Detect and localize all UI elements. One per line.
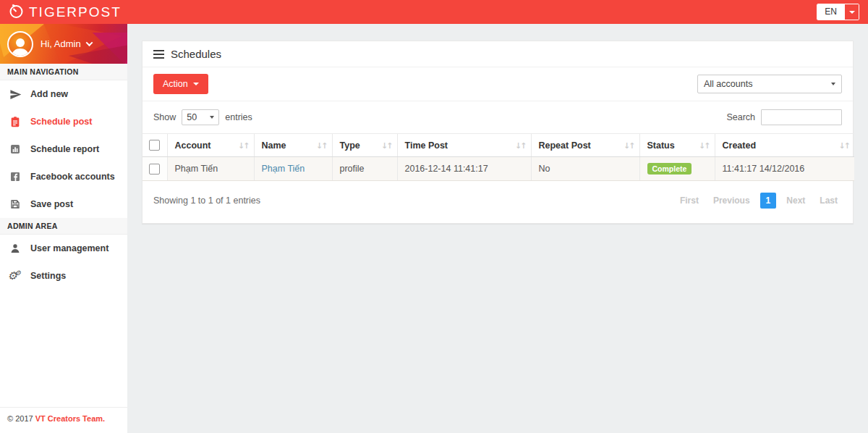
pagination-page-1[interactable]: 1 [760,193,777,209]
cell-repeat-post: No [531,157,639,181]
table-row: Phạm Tiến Phạm Tiến profile 2016-12-14 1… [142,157,854,181]
search-input[interactable] [761,109,842,125]
column-header-time-post[interactable]: Time Post [397,134,531,157]
nav-section-admin: ADMIN AREA [0,218,127,235]
send-icon [9,88,22,101]
stopwatch-icon [7,2,25,22]
sidebar-item-schedule-post[interactable]: Schedule post [0,108,127,135]
pagination-first[interactable]: First [676,193,703,209]
sidebar-item-facebook-accounts[interactable]: Facebook accounts [0,163,127,190]
gears-icon [9,269,22,282]
action-button-label: Action [163,79,188,89]
sidebar-item-label: Schedule post [30,117,92,127]
sidebar-item-settings[interactable]: Settings [0,262,127,290]
nav-section-main: MAIN NAVIGATION [0,64,127,80]
column-header-status[interactable]: Status [639,134,715,157]
chevron-down-icon [85,39,93,46]
sort-icon[interactable] [839,140,849,150]
row-checkbox[interactable] [149,164,160,175]
user-greeting-text: Hi, Admin [41,38,81,49]
cell-name-link[interactable]: Phạm Tiến [262,164,305,174]
entries-label: entries [225,112,252,122]
save-icon [9,198,22,211]
column-header-type[interactable]: Type [332,134,397,157]
sidebar-item-add-new[interactable]: Add new [0,80,127,108]
panel-footer: Showing 1 to 1 of 1 entries First Previo… [142,181,853,223]
page-length-value: 50 [187,112,197,122]
cell-created: 11:41:17 14/12/2016 [715,157,854,181]
brand-logo[interactable]: TIGERPOST [0,2,122,22]
caret-down-icon [849,11,855,14]
panel-toolbar: Action All accounts [142,67,853,101]
hamburger-icon [153,50,164,59]
clipboard-icon [9,115,22,128]
status-badge: Complete [647,163,692,175]
column-header-created[interactable]: Created [715,134,854,157]
sidebar-footer: © 2017 VT Creators Team. [0,407,127,433]
pagination: First Previous 1 Next Last [676,193,842,209]
accounts-filter-value: All accounts [704,79,752,89]
entries-summary: Showing 1 to 1 of 1 entries [153,196,260,206]
language-current: EN [817,4,844,20]
cell-type: profile [332,157,397,181]
language-switcher[interactable]: EN [817,4,859,20]
pagination-previous[interactable]: Previous [709,193,754,209]
sidebar-item-save-post[interactable]: Save post [0,190,127,218]
column-header-account[interactable]: Account [167,134,254,157]
caret-down-icon [831,83,835,85]
schedules-table: Account Name Type Time Post Repeat Post … [142,133,854,181]
caret-down-icon [210,116,214,119]
user-icon [9,242,22,255]
sort-icon[interactable] [515,140,525,150]
table-header-row: Account Name Type Time Post Repeat Post … [142,134,854,157]
sort-icon[interactable] [699,140,709,150]
action-button[interactable]: Action [153,74,208,94]
sidebar-item-label: Settings [30,271,66,281]
page-length-select[interactable]: 50 [182,109,219,125]
avatar [7,31,33,57]
sort-icon[interactable] [381,140,391,150]
sidebar-item-user-management[interactable]: User management [0,235,127,262]
column-header-repeat-post[interactable]: Repeat Post [531,134,639,157]
pagination-next[interactable]: Next [782,193,809,209]
sidebar-item-label: Facebook accounts [30,172,115,182]
sidebar-item-label: Save post [30,199,73,209]
search-label: Search [726,112,755,122]
caret-down-icon [193,83,199,85]
panel-header: Schedules [142,41,853,67]
user-greeting: Hi, Admin [41,38,92,49]
bar-chart-icon [9,143,22,156]
sidebar-item-schedule-report[interactable]: Schedule report [0,135,127,163]
schedules-panel: Schedules Action All accounts Show 50 en… [142,41,854,224]
sidebar: Hi, Admin MAIN NAVIGATION Add new Schedu… [0,24,127,433]
team-link[interactable]: VT Creators Team. [35,414,105,423]
datatable-controls: Show 50 entries Search [142,101,853,133]
column-header-name[interactable]: Name [254,134,332,157]
pagination-last[interactable]: Last [815,193,842,209]
brand-name: TIGERPOST [29,4,122,20]
show-label: Show [153,112,176,122]
user-panel[interactable]: Hi, Admin [0,24,127,64]
sidebar-item-label: User management [30,243,109,253]
main-content: Schedules Action All accounts Show 50 en… [127,24,868,433]
top-header-bar: TIGERPOST EN [0,0,868,24]
sidebar-item-label: Add new [30,89,68,99]
copyright-text: © 2017 [7,414,33,423]
cell-time-post: 2016-12-14 11:41:17 [397,157,531,181]
facebook-icon [9,170,22,183]
accounts-filter-select[interactable]: All accounts [697,75,842,93]
language-caret-button[interactable] [844,4,859,20]
sort-icon[interactable] [238,140,248,150]
page-title: Schedules [171,48,221,60]
cell-account: Phạm Tiến [167,157,254,181]
sort-icon[interactable] [624,140,634,150]
sort-icon[interactable] [316,140,326,150]
select-all-checkbox[interactable] [149,140,160,151]
sidebar-item-label: Schedule report [30,144,99,154]
